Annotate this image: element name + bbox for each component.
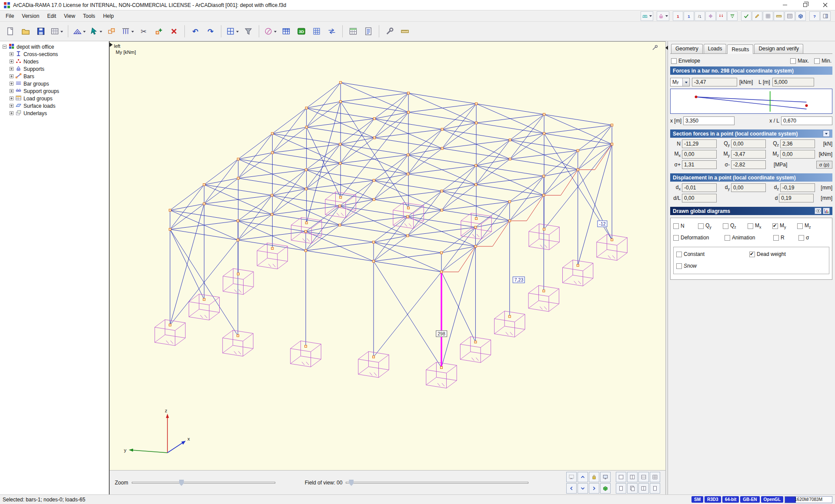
- section-field-mx[interactable]: 0,00: [682, 150, 717, 159]
- tree-root[interactable]: depot with office: [0, 43, 109, 50]
- section-forces-options-button[interactable]: [823, 130, 830, 137]
- displacement-field-dx[interactable]: -0,01: [682, 183, 717, 192]
- redo-button[interactable]: ↷: [204, 24, 217, 38]
- expand-icon[interactable]: [10, 60, 13, 63]
- sigma-p-button[interactable]: σ (p): [816, 161, 832, 169]
- delete-button[interactable]: [167, 24, 181, 38]
- force-value-field[interactable]: -3,47: [692, 78, 737, 86]
- fov-slider[interactable]: [346, 482, 528, 484]
- diagram-check-my[interactable]: My: [772, 222, 797, 229]
- expand-icon[interactable]: [10, 82, 13, 86]
- view-layout-rows-button[interactable]: [638, 472, 649, 482]
- selection-check-toggle[interactable]: [741, 11, 752, 21]
- tree-item-underlays[interactable]: Underlays: [0, 109, 109, 117]
- full-screen-button[interactable]: [600, 472, 611, 482]
- expand-icon[interactable]: [10, 104, 13, 108]
- dropdown-button[interactable]: [682, 78, 689, 86]
- ruler-toggle[interactable]: [774, 11, 784, 21]
- force-diagram-box[interactable]: [670, 89, 832, 114]
- pan-left-button[interactable]: [566, 483, 577, 494]
- tab-loads[interactable]: Loads: [704, 44, 727, 53]
- grid-generator-button[interactable]: [120, 24, 135, 38]
- zoom-lock-button[interactable]: [589, 472, 599, 482]
- diagram-check-animation[interactable]: Animation: [725, 235, 773, 241]
- restore-button[interactable]: [795, 0, 815, 10]
- load-symbols-toggle[interactable]: [716, 11, 727, 21]
- project-manager-button[interactable]: [49, 24, 64, 38]
- menu-item-edit[interactable]: Edit: [43, 11, 60, 21]
- view-layout-quad-button[interactable]: [650, 472, 660, 482]
- menu-item-version[interactable]: Version: [18, 11, 43, 21]
- filter-button[interactable]: [241, 24, 255, 38]
- diagram-check-mx[interactable]: Mx: [748, 222, 772, 229]
- min-checkbox[interactable]: Min.: [814, 58, 832, 64]
- move-copy-button[interactable]: [105, 24, 119, 38]
- expand-icon[interactable]: [10, 74, 13, 78]
- diagram-check-mz[interactable]: Mz: [797, 222, 822, 229]
- mesh-button[interactable]: [310, 24, 324, 38]
- view-layout-split-button[interactable]: [627, 472, 638, 482]
- supports-view-dropdown[interactable]: [657, 11, 669, 21]
- side-panel-toggle[interactable]: [820, 11, 831, 21]
- zoom-out-button[interactable]: [578, 483, 588, 494]
- diagram-check-qy[interactable]: Qy: [698, 222, 723, 229]
- displacement-field-d-l[interactable]: 0,00: [682, 194, 717, 202]
- undo-button[interactable]: ↶: [188, 24, 202, 38]
- bar-description-toggle[interactable]: /1: [695, 11, 705, 21]
- edit-pencil-toggle[interactable]: [752, 11, 762, 21]
- section-field-sigma-minus[interactable]: -2,82: [731, 160, 766, 169]
- expand-icon[interactable]: [10, 52, 13, 56]
- zoom-slider[interactable]: [132, 482, 275, 484]
- zoom-slider-thumb[interactable]: [179, 480, 184, 486]
- expand-icon[interactable]: [10, 67, 13, 71]
- section-field-sigma-plus[interactable]: 1,31: [682, 160, 717, 169]
- diagram-check-sigma[interactable]: σ: [798, 235, 816, 241]
- tree-item-support-groups[interactable]: Support groups: [0, 87, 109, 95]
- report-button[interactable]: [361, 24, 375, 38]
- measure-button[interactable]: [398, 24, 412, 38]
- tab-geometry[interactable]: Geometry: [671, 44, 703, 53]
- new-project-button[interactable]: [3, 24, 17, 38]
- expand-icon[interactable]: [10, 111, 13, 115]
- frame-generator-button[interactable]: [72, 24, 87, 38]
- diagram-values-button[interactable]: [823, 208, 830, 214]
- x-position-field[interactable]: 3,350: [683, 116, 735, 125]
- expand-icon[interactable]: [10, 96, 13, 100]
- max-checkbox[interactable]: Max.: [790, 58, 809, 64]
- view-new-button[interactable]: [650, 483, 660, 494]
- displacement-field-dz[interactable]: -0,19: [780, 183, 815, 192]
- section-field-n[interactable]: -11,29: [682, 139, 717, 148]
- tab-design-and-verify[interactable]: Design and verify: [754, 44, 803, 53]
- diagram-check-r[interactable]: R: [773, 235, 798, 241]
- tab-results[interactable]: Results: [727, 44, 753, 54]
- section-symbols-toggle[interactable]: [705, 11, 716, 21]
- tree-item-bar-groups[interactable]: Bar groups: [0, 80, 109, 87]
- loadcase-constant[interactable]: Constant: [676, 251, 749, 257]
- collapse-icon[interactable]: [3, 45, 7, 49]
- tree-item-supports[interactable]: Supports: [0, 65, 109, 73]
- section-field-my[interactable]: -3,47: [731, 150, 766, 159]
- pan-right-button[interactable]: [589, 483, 599, 494]
- load-values-toggle[interactable]: [727, 11, 738, 21]
- calculations-button[interactable]: [346, 24, 360, 38]
- loadcase-snow[interactable]: Snow: [676, 263, 826, 269]
- tree-item-load-groups[interactable]: Load groups: [0, 95, 109, 102]
- tree-item-nodes[interactable]: Nodes: [0, 58, 109, 65]
- solid-view-button[interactable]: [600, 483, 611, 494]
- help-context-button[interactable]: ?: [809, 11, 820, 21]
- save-project-button[interactable]: [34, 24, 48, 38]
- view-layout-single-button[interactable]: [616, 472, 626, 482]
- open-project-button[interactable]: [19, 24, 33, 38]
- section-field-qy[interactable]: 0,00: [731, 139, 766, 148]
- diagram-check-n[interactable]: N: [673, 222, 698, 229]
- tree-item-bars[interactable]: Bars: [0, 73, 109, 80]
- menu-item-help[interactable]: Help: [99, 11, 118, 21]
- menu-item-file[interactable]: File: [2, 11, 18, 21]
- diagram-check-deformation[interactable]: Deformation: [673, 235, 725, 241]
- displacement-field-dy[interactable]: 0,00: [731, 183, 766, 192]
- bar-length-field[interactable]: 5,000: [772, 78, 814, 86]
- section-view-button[interactable]: [225, 24, 240, 38]
- zoom-window-button[interactable]: ✂: [566, 472, 577, 482]
- grid-snap-toggle[interactable]: [763, 11, 773, 21]
- node-numbers-toggle[interactable]: 1: [673, 11, 683, 21]
